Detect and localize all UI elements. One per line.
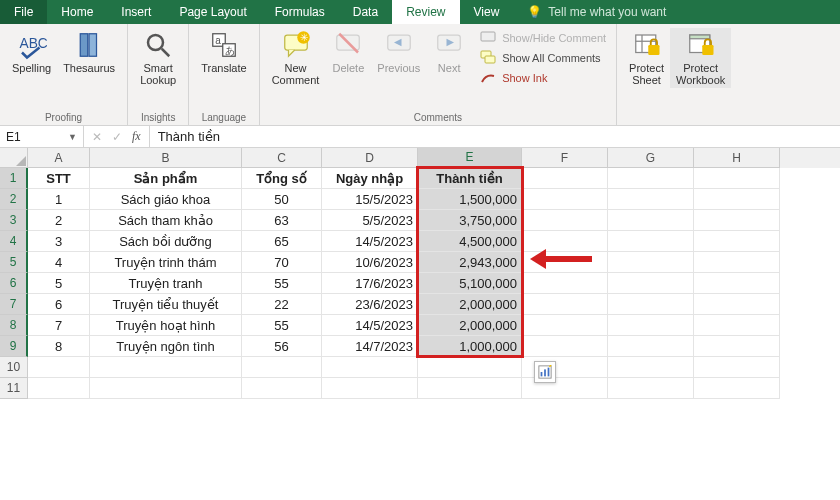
cell[interactable]: 5/5/2023 xyxy=(322,210,418,231)
cell[interactable]: 55 xyxy=(242,315,322,336)
row-header[interactable]: 8 xyxy=(0,315,28,336)
cell[interactable]: 14/5/2023 xyxy=(322,231,418,252)
cell[interactable]: Sách tham khảo xyxy=(90,210,242,231)
cell[interactable] xyxy=(608,378,694,399)
cell[interactable] xyxy=(90,378,242,399)
cell[interactable]: STT xyxy=(28,168,90,189)
cell[interactable] xyxy=(28,357,90,378)
cell[interactable]: 55 xyxy=(242,273,322,294)
cell[interactable]: Sách bồi dưỡng xyxy=(90,231,242,252)
cell[interactable] xyxy=(522,189,608,210)
tab-review[interactable]: Review xyxy=(392,0,459,24)
cell[interactable] xyxy=(418,357,522,378)
col-header-B[interactable]: B xyxy=(90,148,242,168)
cell[interactable] xyxy=(418,378,522,399)
translate-button[interactable]: aあ Translate xyxy=(195,28,252,76)
col-header-D[interactable]: D xyxy=(322,148,418,168)
cell[interactable]: 10/6/2023 xyxy=(322,252,418,273)
row-header[interactable]: 11 xyxy=(0,378,28,399)
cell[interactable]: 5,100,000 xyxy=(418,273,522,294)
tab-home[interactable]: Home xyxy=(47,0,107,24)
cell[interactable]: 4,500,000 xyxy=(418,231,522,252)
cell[interactable] xyxy=(522,315,608,336)
tab-page-layout[interactable]: Page Layout xyxy=(165,0,260,24)
cell[interactable] xyxy=(322,357,418,378)
cell[interactable]: 1,000,000 xyxy=(418,336,522,357)
row-header[interactable]: 1 xyxy=(0,168,28,189)
show-ink-button[interactable]: Show Ink xyxy=(480,70,606,86)
row-header[interactable]: 6 xyxy=(0,273,28,294)
quick-analysis-icon[interactable] xyxy=(534,361,556,383)
name-box[interactable]: E1 ▼ xyxy=(0,126,84,147)
new-comment-button[interactable]: ✳ New Comment xyxy=(266,28,326,88)
cell[interactable]: Sản phẩm xyxy=(90,168,242,189)
cell[interactable] xyxy=(608,273,694,294)
show-all-comments-button[interactable]: Show All Comments xyxy=(480,50,606,66)
cell[interactable]: 2,000,000 xyxy=(418,294,522,315)
cell[interactable]: 6 xyxy=(28,294,90,315)
cell[interactable]: 8 xyxy=(28,336,90,357)
cell[interactable] xyxy=(90,357,242,378)
cell[interactable] xyxy=(694,315,780,336)
protect-workbook-button[interactable]: Protect Workbook xyxy=(670,28,731,88)
protect-sheet-button[interactable]: Protect Sheet xyxy=(623,28,670,88)
cell[interactable]: Truyện tranh xyxy=(90,273,242,294)
cell[interactable] xyxy=(242,357,322,378)
cell[interactable]: 56 xyxy=(242,336,322,357)
cell[interactable] xyxy=(522,294,608,315)
cell[interactable]: 70 xyxy=(242,252,322,273)
cell[interactable]: Thành tiền xyxy=(418,168,522,189)
col-header-C[interactable]: C xyxy=(242,148,322,168)
col-header-F[interactable]: F xyxy=(522,148,608,168)
cell[interactable]: 15/5/2023 xyxy=(322,189,418,210)
row-header[interactable]: 7 xyxy=(0,294,28,315)
cell[interactable] xyxy=(522,168,608,189)
cell[interactable]: 17/6/2023 xyxy=(322,273,418,294)
cell[interactable] xyxy=(694,189,780,210)
cell[interactable] xyxy=(694,357,780,378)
tell-me[interactable]: 💡Tell me what you want xyxy=(513,0,680,24)
cell[interactable] xyxy=(608,357,694,378)
tab-view[interactable]: View xyxy=(460,0,514,24)
cell[interactable]: 3,750,000 xyxy=(418,210,522,231)
row-header[interactable]: 5 xyxy=(0,252,28,273)
cell[interactable] xyxy=(608,210,694,231)
chevron-down-icon[interactable]: ▼ xyxy=(68,132,77,142)
cell[interactable] xyxy=(694,336,780,357)
cell[interactable]: 4 xyxy=(28,252,90,273)
cell[interactable] xyxy=(694,168,780,189)
select-all-corner[interactable] xyxy=(0,148,28,168)
cell[interactable] xyxy=(694,273,780,294)
cell[interactable]: 2,943,000 xyxy=(418,252,522,273)
cell[interactable]: Truyện tiểu thuyết xyxy=(90,294,242,315)
cell[interactable]: 2,000,000 xyxy=(418,315,522,336)
cell[interactable]: 7 xyxy=(28,315,90,336)
spreadsheet-grid[interactable]: A B C D E F G H 1 STT Sản phẩm Tổng số N… xyxy=(0,148,840,399)
tab-file[interactable]: File xyxy=(0,0,47,24)
cell[interactable] xyxy=(608,252,694,273)
cell[interactable]: 63 xyxy=(242,210,322,231)
col-header-H[interactable]: H xyxy=(694,148,780,168)
tab-data[interactable]: Data xyxy=(339,0,392,24)
row-header[interactable]: 10 xyxy=(0,357,28,378)
cell[interactable] xyxy=(242,378,322,399)
cell[interactable] xyxy=(694,294,780,315)
tab-formulas[interactable]: Formulas xyxy=(261,0,339,24)
row-header[interactable]: 2 xyxy=(0,189,28,210)
fx-icon[interactable]: fx xyxy=(132,129,141,144)
cell[interactable] xyxy=(522,336,608,357)
cell[interactable]: Truyện trinh thám xyxy=(90,252,242,273)
smart-lookup-button[interactable]: Smart Lookup xyxy=(134,28,182,88)
cell[interactable]: Tổng số xyxy=(242,168,322,189)
cell[interactable] xyxy=(28,378,90,399)
cell[interactable] xyxy=(694,252,780,273)
tab-insert[interactable]: Insert xyxy=(107,0,165,24)
cell[interactable] xyxy=(608,315,694,336)
cell[interactable] xyxy=(322,378,418,399)
cell[interactable] xyxy=(608,168,694,189)
cell[interactable] xyxy=(608,336,694,357)
cell[interactable] xyxy=(694,210,780,231)
cell[interactable] xyxy=(608,294,694,315)
cell[interactable]: 23/6/2023 xyxy=(322,294,418,315)
cell[interactable] xyxy=(608,189,694,210)
